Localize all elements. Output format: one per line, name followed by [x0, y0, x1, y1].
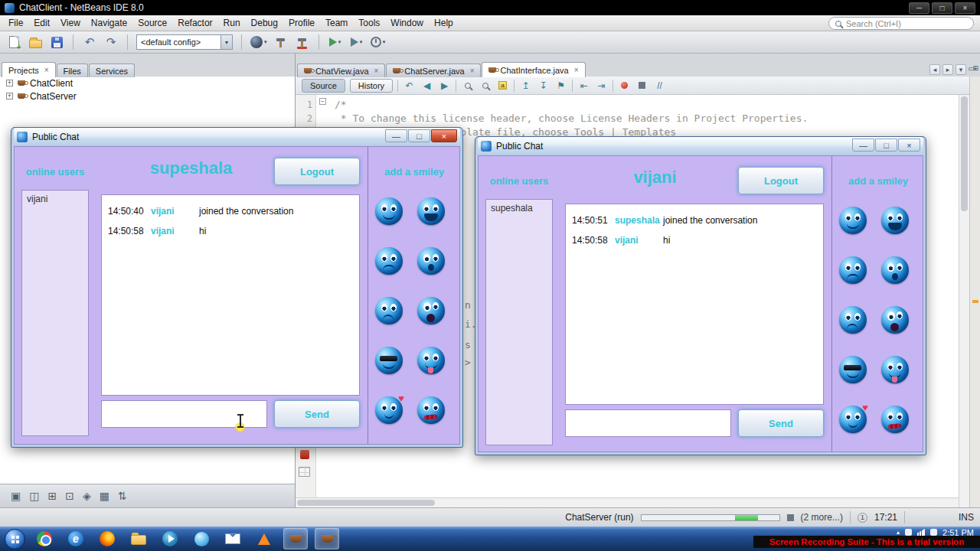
smiley-cool-icon[interactable]	[375, 347, 403, 374]
smiley-cool-icon[interactable]	[839, 356, 867, 383]
smiley-surprised-icon[interactable]	[417, 247, 445, 275]
split-view-icon[interactable]: ◫	[29, 490, 39, 502]
chat-messages[interactable]: 14:50:51 supeshala joined the conversati…	[565, 204, 824, 405]
tab-list-button[interactable]: ▾	[956, 64, 966, 75]
undo-button[interactable]: ↶	[82, 34, 97, 51]
error-stripe[interactable]	[969, 77, 980, 507]
volume-icon[interactable]	[930, 529, 937, 536]
menu-edit[interactable]: Edit	[28, 16, 55, 30]
menu-help[interactable]: Help	[429, 16, 459, 30]
scroll-tabs-left-button[interactable]: ◂	[929, 64, 940, 75]
taskbar-vlc-button[interactable]	[252, 528, 276, 549]
chat-minimize-button[interactable]: —	[385, 129, 407, 142]
message-input[interactable]	[565, 409, 731, 437]
tree-item-chatserver[interactable]: + ChatServer	[0, 90, 295, 103]
window-mode-icon[interactable]: ▣	[11, 490, 21, 502]
toggle-highlight-button[interactable]: a	[496, 79, 509, 93]
smiley-surprised-icon[interactable]	[881, 256, 909, 284]
tab-chatview[interactable]: ChatView.java ×	[297, 64, 385, 77]
back-button[interactable]: ◀	[420, 79, 433, 93]
menu-profile[interactable]: Profile	[283, 16, 320, 30]
find-occurrence-button[interactable]	[479, 79, 492, 93]
run-project-button[interactable]: ▾	[328, 34, 343, 51]
taskbar-ie-button[interactable]: e	[64, 528, 88, 549]
menu-refactor[interactable]: Refactor	[172, 16, 217, 30]
smiley-smile-icon[interactable]	[839, 207, 867, 234]
action-center-icon[interactable]	[905, 529, 912, 536]
menu-source[interactable]: Source	[132, 16, 172, 30]
tab-services[interactable]: Services	[89, 64, 135, 77]
copy-icon[interactable]: ⊞	[47, 490, 57, 502]
smiley-mad-icon[interactable]	[375, 297, 403, 324]
logout-button[interactable]: Logout	[274, 158, 360, 185]
close-tab-icon[interactable]: ×	[574, 66, 579, 74]
run-configuration-button[interactable]: ▾	[250, 34, 267, 51]
start-button[interactable]	[5, 529, 25, 549]
history-view-button[interactable]: History	[350, 79, 393, 93]
record-macro-button[interactable]	[618, 79, 631, 93]
smiley-sick-icon[interactable]	[881, 406, 909, 433]
chat-messages[interactable]: 14:50:40 vijani joined the conversation …	[101, 194, 360, 396]
smiley-angry-icon[interactable]	[375, 247, 403, 275]
chat-close-button[interactable]: ×	[431, 129, 457, 142]
tab-files[interactable]: Files	[57, 64, 88, 77]
smiley-shocked-icon[interactable]	[881, 306, 909, 334]
smiley-laugh-icon[interactable]	[881, 207, 909, 234]
taskbar-mail-button[interactable]	[220, 528, 245, 549]
clean-build-button[interactable]	[295, 34, 310, 51]
build-project-button[interactable]	[273, 34, 289, 51]
warning-mark-icon[interactable]	[972, 300, 978, 303]
source-view-button[interactable]: Source	[302, 79, 345, 93]
send-button[interactable]: Send	[738, 409, 824, 437]
sort-icon[interactable]: ⇅	[118, 490, 127, 502]
minimize-button[interactable]: ─	[909, 2, 929, 14]
close-tab-icon[interactable]: ×	[470, 67, 475, 75]
taskbar-java-app-1-button[interactable]	[283, 528, 308, 549]
last-edit-button[interactable]: ↶	[403, 79, 416, 93]
expand-icon[interactable]: +	[6, 93, 13, 99]
menu-window[interactable]: Window	[385, 16, 429, 30]
chat-window-titlebar[interactable]: Public Chat — □ ×	[14, 128, 460, 146]
tab-projects[interactable]: Projects ×	[2, 62, 56, 77]
online-users-list[interactable]: vijani	[21, 190, 89, 436]
online-user[interactable]: supeshala	[491, 203, 547, 214]
expand-icon[interactable]: +	[6, 80, 13, 86]
smiley-shocked-icon[interactable]	[417, 297, 445, 324]
table-edit-icon[interactable]: ▦	[100, 490, 109, 502]
shift-left-button[interactable]: ⇤	[577, 79, 590, 93]
smiley-mad-icon[interactable]	[839, 306, 867, 334]
chat-maximize-button[interactable]: □	[875, 139, 897, 152]
scrollbar-thumb[interactable]	[961, 96, 968, 211]
chat-maximize-button[interactable]: □	[408, 129, 430, 142]
tab-chatserver[interactable]: ChatServer.java ×	[386, 64, 481, 77]
menu-debug[interactable]: Debug	[246, 16, 283, 30]
close-tab-icon[interactable]: ×	[374, 67, 379, 75]
menu-view[interactable]: View	[55, 16, 86, 30]
open-document-icon[interactable]: ⊡	[65, 490, 74, 502]
network-icon[interactable]	[917, 529, 925, 536]
search-input[interactable]	[846, 19, 953, 28]
taskbar-messenger-button[interactable]	[189, 528, 214, 549]
smiley-love-icon[interactable]	[375, 396, 403, 424]
shift-right-button[interactable]: ⇥	[595, 79, 608, 93]
logout-button[interactable]: Logout	[738, 167, 824, 194]
find-selection-button[interactable]	[461, 79, 474, 93]
smiley-sick-icon[interactable]	[417, 396, 445, 424]
menu-file[interactable]: File	[3, 16, 28, 30]
online-user[interactable]: vijani	[27, 194, 83, 204]
chat-close-button[interactable]: ×	[898, 139, 920, 152]
maximize-button[interactable]: □	[932, 2, 952, 14]
stop-macro-button[interactable]	[635, 79, 648, 93]
tree-item-chatclient[interactable]: + ChatClient	[0, 77, 295, 90]
scrollbar-thumb[interactable]	[297, 500, 435, 506]
previous-bookmark-button[interactable]: ↥	[519, 79, 532, 93]
diff-icon[interactable]: ◈	[83, 490, 91, 502]
quick-search[interactable]	[828, 17, 974, 30]
process-list-icon[interactable]	[787, 514, 794, 521]
forward-button[interactable]: ▶	[438, 79, 451, 93]
maximize-editor-button[interactable]: ⊞	[972, 64, 978, 72]
notification-icon[interactable]: 1	[858, 513, 867, 523]
scroll-tabs-right-button[interactable]: ▸	[942, 64, 953, 75]
online-users-list[interactable]: supeshala	[485, 199, 553, 445]
smiley-laugh-icon[interactable]	[417, 197, 445, 225]
